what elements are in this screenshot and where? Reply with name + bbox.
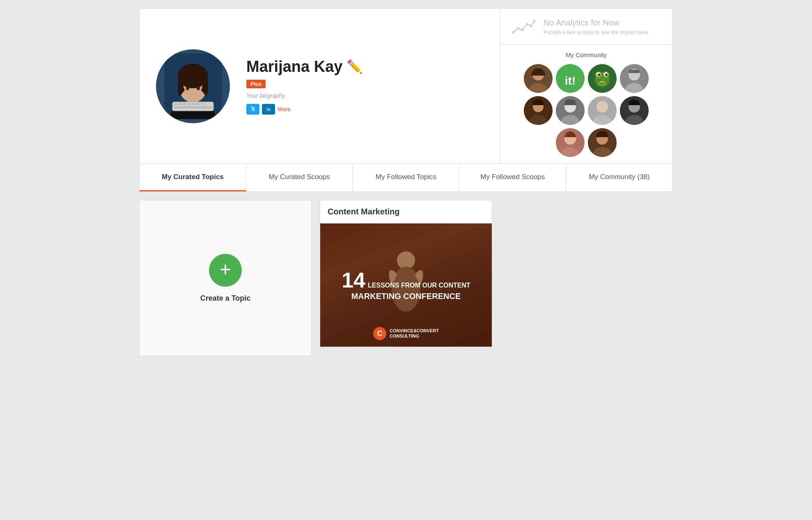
profile-name: Marijana Kay ✏️ [246,58,483,76]
analytics-subtitle: Publish a few scoops to see the impact h… [544,29,660,35]
brand-text: CONVINCE&CONVERT CONSULTING [390,328,439,339]
analytics-text: No Analytics for Now Publish a few scoop… [544,18,660,35]
svg-point-19 [526,23,528,25]
twitter-button[interactable]: 𝕏 [246,104,259,115]
community-section: My Community it! [500,45,672,163]
community-avatar-4[interactable] [620,64,649,93]
tab-my-followed-scoops[interactable]: My Followed Scoops [459,164,566,191]
create-topic-card[interactable]: + Create a Topic [139,200,312,356]
profile-area: Marijana Kay ✏️ Plus Your biography 𝕏 in… [140,9,500,163]
content-section: + Create a Topic Content Marketing 14 [139,200,673,356]
conf-brand: C CONVINCE&CONVERT CONSULTING [373,327,439,340]
topic-card-image: 14 LESSONS FROM OUR CONTENT MARKETING CO… [320,223,492,347]
community-avatar-3[interactable] [588,64,617,93]
biography-text: Your biography [246,92,483,99]
svg-rect-15 [174,106,212,108]
community-avatar-9[interactable] [556,128,585,157]
conf-lessons: LESSONS FROM OUR CONTENT [368,282,470,289]
conf-subtitle: MARKETING CONFERENCE [342,292,470,301]
svg-point-34 [605,74,608,76]
tabs-bar: My Curated Topics My Curated Scoops My F… [139,164,673,192]
analytics-chart-icon [512,17,535,36]
avatar [156,49,230,123]
community-avatar-1[interactable] [524,64,553,93]
svg-rect-11 [188,103,191,105]
community-avatars: it! [508,64,664,157]
svg-point-20 [530,25,532,27]
svg-point-47 [596,101,608,113]
linkedin-button[interactable]: in [262,104,275,115]
svg-rect-14 [201,103,204,105]
community-title: My Community [508,51,664,58]
analytics-area: No Analytics for Now Publish a few scoop… [500,9,672,163]
tab-my-curated-topics[interactable]: My Curated Topics [140,164,246,191]
topic-card-content-marketing[interactable]: Content Marketing 14 LESSONS FROM OUR CO… [320,200,492,347]
svg-rect-39 [629,70,640,73]
svg-rect-9 [179,103,182,105]
tab-my-community[interactable]: My Community (38) [566,164,672,191]
community-avatar-8[interactable] [620,96,649,125]
more-link[interactable]: More [278,106,291,113]
analytics-title: No Analytics for Now [544,18,660,28]
community-avatar-2[interactable]: it! [556,64,585,93]
tab-my-followed-topics[interactable]: My Followed Topics [353,164,460,191]
create-topic-plus-icon: + [209,254,242,287]
svg-point-5 [186,86,189,90]
edit-icon[interactable]: ✏️ [346,59,363,74]
topic-card-title: Content Marketing [320,200,492,223]
analytics-top: No Analytics for Now Publish a few scoop… [500,9,672,45]
svg-rect-13 [197,103,200,105]
svg-text:it!: it! [565,74,576,87]
svg-rect-12 [192,103,195,105]
svg-point-33 [598,74,600,76]
community-avatar-10[interactable] [588,128,617,157]
plus-badge: Plus [246,80,266,88]
svg-point-17 [517,27,519,30]
social-links: 𝕏 in More [246,104,483,115]
linkedin-icon: in [266,107,271,112]
conf-text: 14 LESSONS FROM OUR CONTENT MARKETING CO… [333,261,479,309]
conf-number: 14 [342,269,365,291]
name-text: Marijana Kay [246,58,342,76]
community-avatar-6[interactable] [556,96,585,125]
profile-info: Marijana Kay ✏️ Plus Your biography 𝕏 in… [246,58,483,115]
twitter-icon: 𝕏 [251,106,255,112]
svg-rect-8 [174,103,177,105]
tab-my-curated-scoops[interactable]: My Curated Scoops [246,164,353,191]
create-topic-label: Create a Topic [200,294,251,303]
brand-logo-circle: C [373,327,386,340]
community-avatar-5[interactable] [524,96,553,125]
community-avatar-7[interactable] [588,96,617,125]
svg-point-18 [521,29,523,31]
svg-point-6 [197,86,200,90]
svg-rect-10 [183,103,186,105]
